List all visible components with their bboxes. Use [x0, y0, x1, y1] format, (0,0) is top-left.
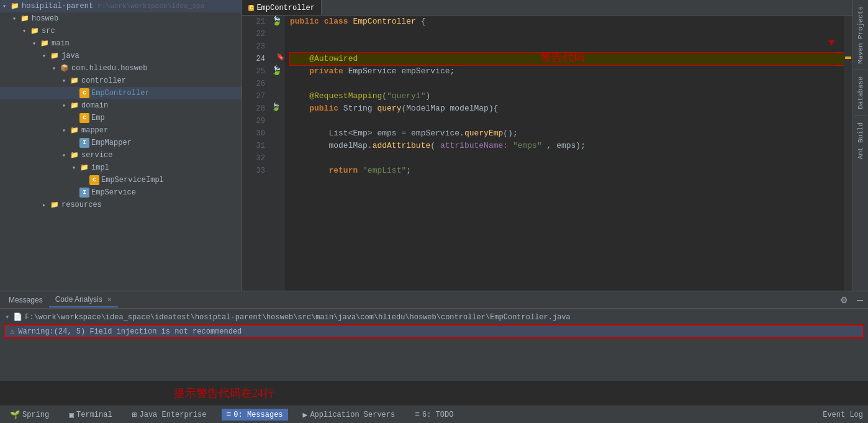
code-line-25: private EmpService empService; [290, 65, 852, 78]
java-enterprise-label: Java Enterprise [139, 411, 206, 419]
empserviceimpl-label: EmpServiceImpl [101, 176, 164, 184]
database-tab[interactable]: Database [854, 70, 867, 116]
code-line-32 [290, 152, 852, 165]
tree-item-main[interactable]: ▾ 📁 main [0, 37, 242, 50]
folder-icon-main: 📁 [40, 39, 50, 48]
mapper-label: mapper [81, 126, 108, 135]
scroll-track[interactable] [844, 16, 852, 291]
terminal-icon: ▣ [69, 410, 74, 420]
java-label: java [61, 52, 79, 60]
status-tab-messages[interactable]: ≡ 0: Messages [222, 409, 288, 421]
code-line-21: public class EmpController { [290, 16, 852, 28]
project-icon: 📁 [10, 1, 20, 11]
warning-row-boxed: ⚠ Warning:(24, 5) Field injection is not… [4, 324, 864, 339]
tree-item-empcontroller[interactable]: ▸ C EmpController [0, 87, 242, 99]
folder-icon-domain: 📁 [70, 101, 79, 111]
editor-gutter: 🍃 🍃 🍃 🔖 [270, 16, 285, 291]
folder-icon-controller: 📁 [70, 76, 79, 86]
tree-item-package[interactable]: ▾ 📦 com.hliedu.hosweb [0, 62, 242, 75]
tree-item-empserviceimpl[interactable]: ▸ C EmpServiceImpl [0, 174, 242, 186]
impl-label: impl [91, 163, 109, 172]
file-icon: 📄 [13, 312, 22, 322]
messages-label: 0: Messages [233, 411, 283, 419]
status-tab-todo[interactable]: ≡ 6: TODO [410, 409, 458, 421]
status-tab-terminal[interactable]: ▣ Terminal [64, 409, 117, 421]
code-line-27: @RequestMapping("query1") [290, 90, 852, 102]
maven-projects-tab[interactable]: Maven Projects [854, 0, 867, 70]
editor-code-content: 21 22 23 24 25 26 27 28 29 30 31 32 33 [242, 16, 852, 291]
warning-triangle-icon: ⚠ [10, 327, 14, 336]
gutter-bean-icon-25: 🍃 [271, 65, 282, 76]
line-num-31: 31 [242, 140, 265, 152]
tree-item-resources[interactable]: ▸ 📁 resources [0, 199, 242, 211]
source-icon-java: 📁 [50, 51, 60, 61]
event-log-label[interactable]: Event Log [823, 411, 863, 419]
empmapper-label: EmpMapper [91, 139, 132, 147]
file-path-text: F:\work\workspace\idea_space\ideatest\ho… [25, 313, 571, 322]
bottom-panel-icons: ⚙ ─ [838, 294, 866, 306]
code-analysis-close[interactable]: ✕ [107, 296, 112, 303]
hosweb-label: hosweb [32, 14, 58, 23]
warning-analysis-row[interactable]: ⚠ Warning:(24, 5) Field injection is not… [5, 325, 863, 337]
tab-class-icon: C [248, 5, 254, 11]
status-tab-spring[interactable]: 🌱 Spring [5, 409, 54, 421]
line-num-24: 24 [242, 53, 265, 65]
status-tab-appservers[interactable]: ▶ Application Servers [298, 409, 400, 421]
code-line-33: return "empList"; [290, 165, 852, 177]
code-line-29 [290, 115, 852, 127]
folder-icon-src: 📁 [30, 26, 40, 36]
tree-item-empservice[interactable]: ▸ I EmpService [0, 186, 242, 199]
expand-arrow: ▾ [2, 2, 10, 10]
code-line-24: @Autowired [290, 53, 852, 65]
right-sidebar: Maven Projects Database Ant Build [852, 0, 868, 291]
tree-item-service[interactable]: ▾ 📁 service [0, 149, 242, 161]
minimize-btn[interactable]: ─ [854, 294, 866, 306]
class-icon-empcontroller: C [79, 88, 89, 98]
tree-item-java[interactable]: ▾ 📁 java [0, 50, 242, 62]
tree-item-src[interactable]: ▾ 📁 src [0, 25, 242, 37]
appservers-label: Application Servers [310, 411, 395, 419]
tree-item-controller[interactable]: ▾ 📁 controller [0, 75, 242, 87]
tree-item-mapper[interactable]: ▾ 📁 mapper [0, 124, 242, 137]
hint-annotation-area: 提示警告代码在24行 [0, 381, 868, 406]
bottom-panel: Messages Code Analysis ✕ ⚙ ─ ▾ 📄 F:\work… [0, 291, 868, 406]
code-editor[interactable]: public class EmpController { @Autowired … [285, 16, 852, 291]
line-num-25: 25 [242, 65, 265, 78]
service-label: service [81, 151, 112, 160]
analysis-file-row: ▾ 📄 F:\work\workspace\idea_space\ideates… [0, 311, 868, 323]
scroll-warning-indicator [845, 57, 851, 59]
project-sidebar[interactable]: ▾ 📁 hosipital-parent F:\work\workspace\i… [0, 0, 242, 291]
messages-icon: ≡ [227, 410, 232, 419]
status-tab-java-enterprise[interactable]: ⊞ Java Enterprise [127, 409, 212, 421]
folder-icon-impl: 📁 [79, 163, 89, 173]
terminal-label: Terminal [76, 411, 112, 419]
spring-label: Spring [22, 411, 49, 419]
tree-item-emp[interactable]: ▸ C Emp [0, 112, 242, 124]
content-area: ▾ 📁 hosipital-parent F:\work\workspace\i… [0, 0, 868, 291]
line-numbers: 21 22 23 24 25 26 27 28 29 30 31 32 33 [242, 16, 270, 291]
tree-item-hosweb[interactable]: ▾ 📁 hosweb [0, 12, 242, 25]
bottom-panel-content: ▾ 📄 F:\work\workspace\idea_space\ideates… [0, 309, 868, 381]
line-num-28: 28 [242, 102, 265, 115]
package-label: com.hliedu.hosweb [71, 64, 147, 73]
line-num-23: 23 [242, 40, 265, 53]
folder-icon-mapper: 📁 [70, 125, 79, 135]
tree-item-hosipital-parent[interactable]: ▾ 📁 hosipital-parent F:\work\workspace\i… [0, 0, 242, 12]
src-label: src [42, 27, 55, 35]
tree-item-impl[interactable]: ▾ 📁 impl [0, 161, 242, 174]
appservers-icon: ▶ [303, 410, 308, 420]
editor-area: C EmpController 21 22 23 24 25 26 27 28 … [242, 0, 852, 291]
code-line-28: public String query(ModelMap modelMap){ [290, 102, 852, 115]
messages-tab[interactable]: Messages [2, 293, 49, 307]
line-num-33: 33 [242, 165, 265, 177]
ant-build-tab[interactable]: Ant Build [854, 116, 867, 165]
empcontroller-label: EmpController [91, 89, 150, 98]
tree-item-empmapper[interactable]: ▸ I EmpMapper [0, 137, 242, 149]
package-icon: 📦 [60, 63, 70, 73]
editor-tab-empcontroller[interactable]: C EmpController [242, 0, 322, 16]
code-analysis-tab[interactable]: Code Analysis ✕ [49, 293, 118, 307]
code-line-30: List<Emp> emps = empService.queryEmp(); [290, 127, 852, 140]
main-container: ▾ 📁 hosipital-parent F:\work\workspace\i… [0, 0, 868, 423]
tree-item-domain[interactable]: ▾ 📁 domain [0, 99, 242, 112]
settings-icon-btn[interactable]: ⚙ [838, 294, 851, 306]
